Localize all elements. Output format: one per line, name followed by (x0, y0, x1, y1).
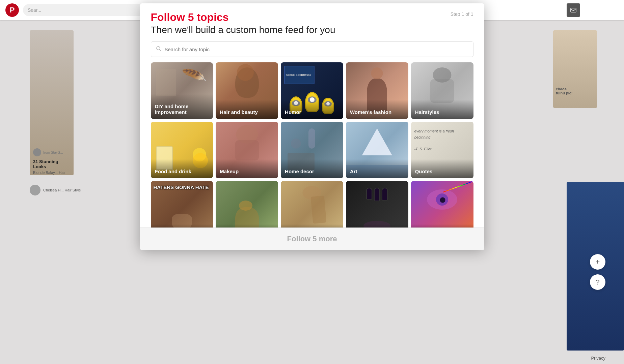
follow-button[interactable]: Follow 5 more (287, 235, 337, 243)
step-label: Step 1 of 1 (451, 11, 473, 17)
topic-card-haters[interactable]: HATERS GONNA HATE (151, 181, 213, 228)
topic-label-hair: Hair and beauty (216, 100, 278, 119)
topic-label-home: Home decor (281, 159, 343, 178)
topic-card-food[interactable]: Food and drink (151, 122, 213, 178)
quote-text: every moment is a fresh beginning-T. S. … (414, 128, 470, 152)
topic-label-makeup: Makeup (216, 159, 278, 178)
topic-card-humor[interactable]: SERGEI BOOBTITSKY Humor (281, 62, 343, 119)
svg-rect-0 (571, 8, 576, 12)
svg-line-2 (160, 50, 161, 51)
question-button[interactable]: ? (590, 274, 605, 290)
modal-title-highlight: Follow 5 topics (151, 11, 473, 23)
topics-grid: 🪶 DIY and home improvement Hair and beau… (140, 62, 484, 228)
notification-icon (567, 3, 580, 17)
topic-label-nails (346, 224, 408, 228)
topic-label-braids (281, 224, 343, 228)
bg-right-text: chaosfulhu pie! (553, 84, 597, 98)
search-input[interactable] (165, 47, 468, 52)
topic-label-hairstyles: Hairstyles (411, 100, 473, 119)
pinterest-logo: P (5, 3, 19, 17)
modal-title-subtitle: Then we'll build a custom home feed for … (151, 25, 473, 35)
plus-button[interactable]: + (590, 254, 605, 270)
topic-label-art2 (411, 224, 473, 228)
bg-avatar (30, 185, 40, 195)
search-icon (156, 46, 161, 53)
topic-label-humor: Humor (281, 100, 343, 119)
modal-footer: Follow 5 more (140, 228, 484, 250)
topic-card-art[interactable]: Art (346, 122, 408, 178)
topic-label-art: Art (346, 159, 408, 178)
topic-card-hairstyles[interactable]: Hairstyles (411, 62, 473, 119)
topic-label-womens: Women's fashion (346, 100, 408, 119)
search-box[interactable] (151, 41, 473, 57)
bg-card-right-top: chaosfulhu pie! (553, 30, 597, 108)
topic-label-animals (216, 224, 278, 228)
topic-label-quotes: Quotes (411, 159, 473, 178)
modal-header: Step 1 of 1 Follow 5 topics Then we'll b… (140, 3, 484, 35)
topic-card-makeup[interactable]: Makeup (216, 122, 278, 178)
topic-card-diy[interactable]: 🪶 DIY and home improvement (151, 62, 213, 119)
topic-card-hair[interactable]: Hair and beauty (216, 62, 278, 119)
bg-card-left: from StayG... 31 Stunning Looks Blonde B… (30, 30, 74, 175)
topic-label-haters (151, 224, 213, 228)
topics-modal: Step 1 of 1 Follow 5 topics Then we'll b… (140, 3, 484, 250)
topic-card-braids[interactable] (281, 181, 343, 228)
privacy-link[interactable]: Privacy (591, 356, 605, 361)
bg-left-title: 31 Stunning Looks (33, 159, 70, 169)
bg-user-label: Chelsea H... Hair Style (43, 188, 81, 192)
topic-card-quotes[interactable]: every moment is a fresh beginning-T. S. … (411, 122, 473, 178)
topic-card-art2[interactable] (411, 181, 473, 228)
topic-card-home[interactable]: Home decor (281, 122, 343, 178)
bg-user-row: Chelsea H... Hair Style (30, 185, 81, 195)
topic-label-diy: DIY and home improvement (151, 94, 213, 119)
topic-card-womens[interactable]: Women's fashion (346, 62, 408, 119)
topic-card-nails[interactable] (346, 181, 408, 228)
topic-label-food: Food and drink (151, 159, 213, 178)
bg-left-sub: Blonde Balay... Hair (33, 171, 70, 175)
topic-card-animals[interactable] (216, 181, 278, 228)
